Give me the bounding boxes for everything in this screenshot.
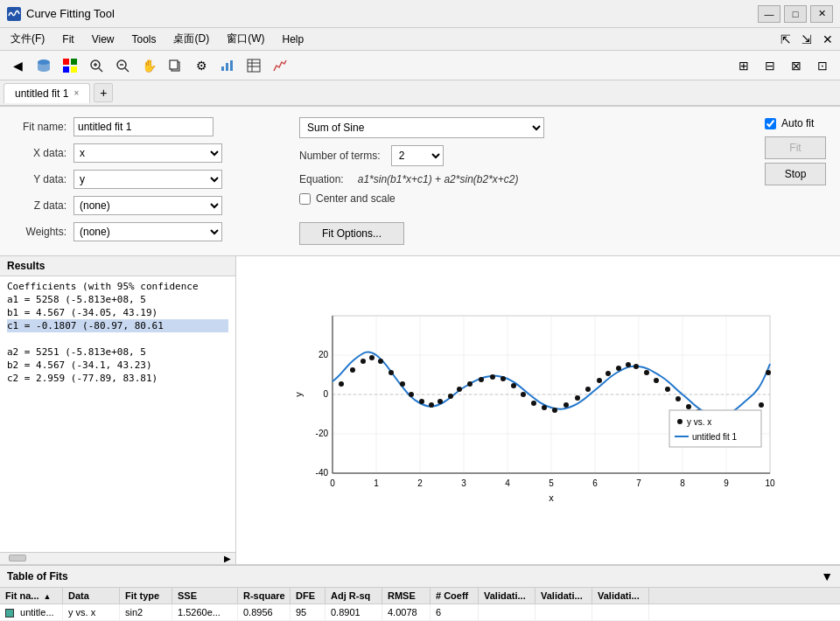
menu-help[interactable]: Help xyxy=(278,31,307,47)
horizontal-scrollbar[interactable]: ▶ xyxy=(0,552,235,564)
col-header-fitname[interactable]: Fit na... ▲ xyxy=(0,588,63,604)
back-button[interactable]: ◀ xyxy=(5,54,30,77)
stop-button[interactable]: Stop xyxy=(765,163,826,185)
maximize-button[interactable]: □ xyxy=(784,5,807,23)
auto-fit-checkbox[interactable] xyxy=(765,118,776,129)
ydata-select[interactable]: y xyxy=(74,170,222,189)
data-point xyxy=(644,370,649,375)
minimize-button[interactable]: — xyxy=(758,5,780,23)
scroll-right-btn[interactable]: ▶ xyxy=(221,552,234,564)
fit-type-select[interactable]: Sum of Sine xyxy=(299,117,544,138)
svg-rect-3 xyxy=(71,59,77,65)
zoom-in-button[interactable] xyxy=(84,54,108,77)
analysis-button[interactable] xyxy=(268,54,292,77)
table-collapse-icon[interactable]: ▼ xyxy=(821,569,833,583)
grid4-button[interactable]: ⊞ xyxy=(732,54,756,77)
zdata-select[interactable]: (none) xyxy=(74,196,222,215)
terms-select[interactable]: 2 3 4 5 6 7 8 xyxy=(391,145,444,166)
col-header-rsquare[interactable]: R-square xyxy=(238,588,290,604)
terms-row: Number of terms: 2 3 4 5 6 7 8 xyxy=(299,145,751,166)
menu-desktop[interactable]: 桌面(D) xyxy=(170,30,213,48)
close-button[interactable]: ✕ xyxy=(810,5,833,23)
table-row[interactable]: untitle... y vs. x sin2 1.5260e... 0.895… xyxy=(0,604,840,621)
menu-tools[interactable]: Tools xyxy=(128,31,159,47)
results-line: Coefficients (with 95% confidence xyxy=(7,280,228,293)
weights-select[interactable]: (none) xyxy=(74,222,222,241)
x-tick-8: 8 xyxy=(680,478,685,488)
col-header-sse[interactable]: SSE xyxy=(172,588,238,604)
x-tick-2: 2 xyxy=(417,478,423,488)
fit-options-row: Fit Options... xyxy=(299,219,751,245)
ydata-row: Y data: y xyxy=(14,170,285,189)
fit-name-input[interactable] xyxy=(74,117,214,136)
cell-fittype: sin2 xyxy=(120,604,172,620)
fit-name-label: Fit name: xyxy=(14,121,66,133)
color-button[interactable] xyxy=(58,54,82,77)
data-point xyxy=(766,370,771,375)
menu-view[interactable]: View xyxy=(88,31,118,47)
settings-button[interactable]: ⚙ xyxy=(189,54,214,77)
data-point xyxy=(457,387,462,392)
center-scale-row: Center and scale xyxy=(299,192,751,205)
xdata-select[interactable]: x xyxy=(74,143,222,163)
zoom-out-button[interactable] xyxy=(110,54,135,77)
col-header-data[interactable]: Data xyxy=(63,588,120,604)
copy-button[interactable] xyxy=(163,54,187,77)
results-content[interactable]: Coefficients (with 95% confidence a1 = 5… xyxy=(0,276,235,552)
results-line: a1 = 5258 (-5.813e+08, 5 xyxy=(7,293,228,306)
undock-icon[interactable]: ⇱ xyxy=(780,32,791,46)
single-button[interactable]: ⊡ xyxy=(810,54,835,77)
table-button[interactable] xyxy=(242,54,266,77)
grid2v-button[interactable]: ⊟ xyxy=(758,54,782,77)
results-chart-section: Results Coefficients (with 95% confidenc… xyxy=(0,256,840,564)
tab-label: untitled fit 1 xyxy=(15,87,68,100)
chart-button[interactable] xyxy=(215,54,240,77)
col-header-rmse[interactable]: RMSE xyxy=(382,588,430,604)
auto-fit-row: Auto fit xyxy=(765,117,814,129)
tab-untitled-fit-1[interactable]: untitled fit 1 × xyxy=(4,83,90,103)
legend-dot-icon xyxy=(677,419,682,424)
data-point xyxy=(467,381,472,387)
dock-icon[interactable]: ⇲ xyxy=(802,32,812,46)
scroll-thumb[interactable] xyxy=(9,555,26,562)
xdata-row: X data: x xyxy=(14,143,285,163)
detach-icon[interactable]: ✕ xyxy=(822,32,833,46)
fit-options-button[interactable]: Fit Options... xyxy=(299,222,404,245)
menu-bar: 文件(F) Fit View Tools 桌面(D) 窗口(W) Help ⇱ … xyxy=(0,28,840,51)
cell-val2 xyxy=(536,604,592,620)
data-point xyxy=(400,381,405,387)
col-header-val2[interactable]: Validati... xyxy=(536,588,592,604)
grid2h-button[interactable]: ⊠ xyxy=(784,54,808,77)
fit-button[interactable]: Fit xyxy=(765,136,826,159)
tab-add-button[interactable]: + xyxy=(94,83,113,102)
data-point xyxy=(521,392,526,397)
menu-window[interactable]: 窗口(W) xyxy=(223,30,268,48)
col-header-fittype[interactable]: Fit type xyxy=(120,588,172,604)
tab-close-button[interactable]: × xyxy=(74,88,79,98)
data-point xyxy=(360,359,366,364)
svg-rect-2 xyxy=(63,59,69,65)
svg-rect-15 xyxy=(221,66,224,71)
col-header-val3[interactable]: Validati... xyxy=(592,588,649,604)
menu-fit[interactable]: Fit xyxy=(59,31,77,47)
center-scale-checkbox[interactable] xyxy=(299,193,311,205)
table-title: Table of Fits xyxy=(7,570,821,583)
cell-adjrsq: 0.8901 xyxy=(326,604,382,620)
x-tick-1: 1 xyxy=(374,478,379,488)
cell-rsquare: 0.8956 xyxy=(238,604,290,620)
col-header-val1[interactable]: Validati... xyxy=(479,588,536,604)
svg-rect-18 xyxy=(248,59,260,72)
col-header-ncoeff[interactable]: # Coeff xyxy=(430,588,479,604)
menu-file[interactable]: 文件(F) xyxy=(7,30,48,48)
data-point xyxy=(759,402,764,408)
data-point xyxy=(597,378,602,383)
table-of-fits: Table of Fits ▼ Fit na... ▲ Data Fit typ… xyxy=(0,564,840,621)
svg-rect-4 xyxy=(63,66,69,73)
col-header-adjrsq[interactable]: Adj R-sq xyxy=(326,588,382,604)
svg-line-11 xyxy=(125,68,129,72)
data-point xyxy=(419,399,424,404)
data-button[interactable] xyxy=(32,54,56,77)
data-point xyxy=(490,374,495,380)
col-header-dfe[interactable]: DFE xyxy=(290,588,326,604)
pan-button[interactable]: ✋ xyxy=(136,54,161,77)
